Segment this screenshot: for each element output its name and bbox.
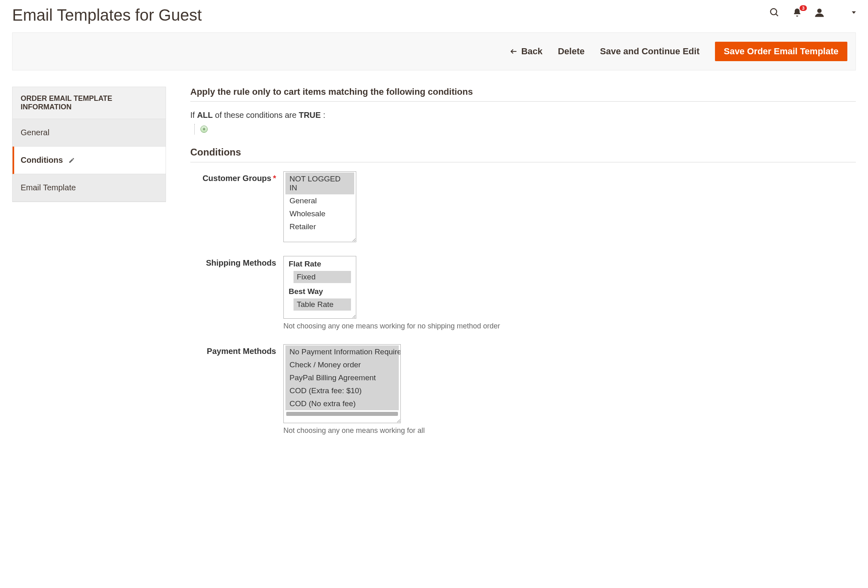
user-icon: [814, 7, 825, 18]
pay-option-check-mo[interactable]: Check / Money order: [285, 358, 399, 371]
sidebar: ORDER EMAIL TEMPLATE INFORMATION General…: [12, 87, 166, 202]
pay-option-cod-nofee[interactable]: COD (No extra fee): [285, 397, 399, 410]
ship-group-flat-rate: Flat Rate: [285, 258, 354, 270]
back-label: Back: [521, 46, 542, 57]
delete-button[interactable]: Delete: [558, 46, 585, 57]
save-continue-button[interactable]: Save and Continue Edit: [600, 46, 700, 57]
option-retailer[interactable]: Retailer: [285, 220, 354, 233]
pay-option-paypal[interactable]: PayPal Billing Agreement: [285, 371, 399, 384]
ship-group-best-way: Best Way: [285, 285, 354, 298]
notification-badge: 3: [800, 5, 807, 11]
payment-methods-label: Payment Methods: [190, 344, 283, 356]
header-actions: 3: [769, 6, 856, 18]
arrow-left-icon: [510, 47, 518, 55]
horizontal-scrollbar[interactable]: [286, 412, 398, 416]
option-general[interactable]: General: [285, 194, 354, 207]
sidebar-header: ORDER EMAIL TEMPLATE INFORMATION: [13, 87, 166, 119]
option-wholesale[interactable]: Wholesale: [285, 207, 354, 220]
notifications-icon[interactable]: 3: [791, 7, 803, 18]
ship-option-table-rate[interactable]: Table Rate: [294, 298, 351, 311]
svg-point-0: [770, 9, 777, 15]
payment-hint: Not choosing any one means working for a…: [283, 426, 425, 435]
rule-all-link[interactable]: ALL: [197, 111, 213, 119]
chevron-down-icon: [852, 11, 856, 14]
pencil-icon: [68, 157, 75, 164]
customer-groups-label: Customer Groups*: [190, 171, 283, 183]
plus-icon[interactable]: [200, 126, 208, 133]
save-button[interactable]: Save Order Email Template: [715, 42, 847, 61]
tab-email-template[interactable]: Email Template: [13, 174, 166, 202]
search-icon[interactable]: [769, 7, 780, 18]
rule-true-link[interactable]: TRUE: [299, 111, 321, 119]
payment-methods-select[interactable]: No Payment Information Required Check / …: [283, 344, 401, 423]
shipping-methods-label: Shipping Methods: [190, 256, 283, 268]
svg-point-2: [817, 9, 822, 13]
pay-option-no-payment[interactable]: No Payment Information Required: [285, 345, 399, 358]
page-title: Email Templates for Guest: [12, 6, 202, 24]
shipping-methods-select[interactable]: Flat Rate Fixed Best Way Table Rate: [283, 256, 356, 319]
ship-option-fixed[interactable]: Fixed: [294, 271, 351, 283]
option-not-logged-in[interactable]: NOT LOGGED IN: [285, 173, 354, 194]
user-menu[interactable]: [814, 7, 856, 18]
action-toolbar: Back Delete Save and Continue Edit Save …: [12, 32, 856, 70]
back-button[interactable]: Back: [510, 46, 542, 57]
tab-general[interactable]: General: [13, 119, 166, 147]
pay-option-cod-fee[interactable]: COD (Extra fee: $10): [285, 384, 399, 397]
rule-heading: Apply the rule only to cart items matchi…: [190, 87, 856, 102]
tab-conditions[interactable]: Conditions: [13, 147, 166, 174]
customer-groups-select[interactable]: NOT LOGGED IN General Wholesale Retailer: [283, 171, 356, 242]
tab-conditions-label: Conditions: [21, 156, 63, 165]
shipping-hint: Not choosing any one means working for n…: [283, 322, 500, 330]
rule-sentence: If ALL of these conditions are TRUE :: [190, 111, 856, 120]
conditions-heading: Conditions: [190, 147, 856, 162]
svg-line-1: [776, 14, 778, 16]
